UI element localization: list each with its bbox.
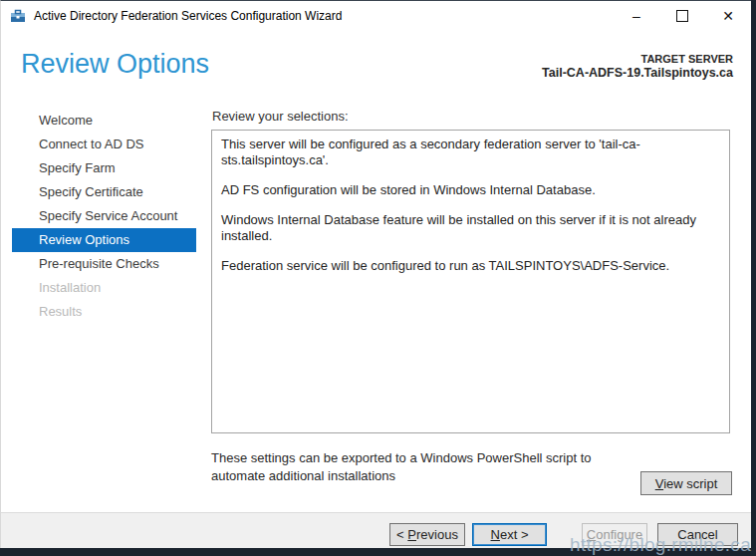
wizard-header: Review Options TARGET SERVER Tail-CA-ADF… [1,31,751,81]
sidebar-item-results: Results [12,300,196,324]
sidebar-item-specify-service-account[interactable]: Specify Service Account [12,204,196,228]
adfs-wizard-icon [10,8,26,24]
view-script-button[interactable]: View script [640,471,732,495]
titlebar[interactable]: Active Directory Federation Services Con… [1,1,751,31]
review-paragraph: Windows Internal Database feature will b… [221,212,720,244]
footer-bar: < Previous Next > Configure Cancel [1,512,751,548]
close-icon[interactable]: ✕ [705,1,751,31]
target-server-name: Tail-CA-ADFS-19.Tailspintoys.ca [542,66,733,81]
sidebar-item-pre-requisite-checks[interactable]: Pre-requisite Checks [12,252,196,276]
sidebar-item-installation: Installation [12,276,196,300]
review-paragraph: This server will be configured as a seco… [221,137,720,168]
minimize-icon[interactable]: – [614,1,659,31]
review-selections-label: Review your selections: [212,109,730,124]
maximize-icon[interactable] [659,1,705,31]
sidebar-item-specify-farm[interactable]: Specify Farm [12,156,196,180]
target-server-block: TARGET SERVER Tail-CA-ADFS-19.Tailspinto… [542,47,733,81]
wizard-window: Active Directory Federation Services Con… [0,0,751,548]
sidebar-item-review-options[interactable]: Review Options [12,228,196,252]
cancel-button[interactable]: Cancel [657,523,738,546]
export-note: These settings can be exported to a Wind… [211,449,639,485]
sidebar-item-welcome[interactable]: Welcome [12,109,196,133]
previous-button[interactable]: < Previous [389,523,465,546]
target-server-label: TARGET SERVER [542,53,733,66]
sidebar: WelcomeConnect to AD DSSpecify FarmSpeci… [1,103,211,514]
window-title: Active Directory Federation Services Con… [34,9,342,23]
next-button[interactable]: Next > [472,523,547,546]
window-controls: –✕ [614,1,751,31]
main-panel: Review your selections: This server will… [211,103,751,514]
review-selections-box[interactable]: This server will be configured as a seco… [211,130,730,433]
page-title: Review Options [21,47,209,81]
review-paragraph: AD FS configuration will be stored in Wi… [221,182,720,198]
review-paragraph: Federation service will be configured to… [221,258,720,274]
sidebar-item-connect-to-ad-ds[interactable]: Connect to AD DS [12,133,196,156]
sidebar-item-specify-certificate[interactable]: Specify Certificate [12,180,196,204]
wizard-body: WelcomeConnect to AD DSSpecify FarmSpeci… [1,103,751,514]
configure-button: Configure [582,523,647,546]
